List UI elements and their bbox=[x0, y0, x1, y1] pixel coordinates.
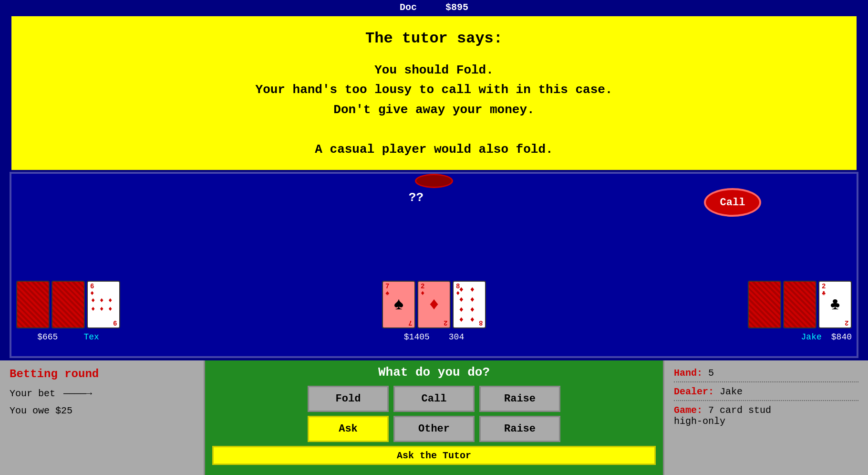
player-jake: 2♣ ♣ 2 Jake $840 bbox=[748, 281, 852, 342]
center-amount: $1405 bbox=[404, 332, 430, 342]
hand-row: Hand: 5 bbox=[674, 368, 858, 382]
betting-panel: Betting round Your bet ————→ You owe $25 bbox=[0, 360, 205, 475]
dealer-label: Dealer: bbox=[674, 386, 714, 397]
jake-cards: 2♣ ♣ 2 bbox=[748, 281, 852, 328]
you-owe-row: You owe $25 bbox=[10, 402, 194, 420]
tutor-line2: Your hand's too lousy to call with in th… bbox=[256, 80, 613, 100]
center-info: $1405 304 bbox=[382, 332, 486, 342]
other-button[interactable]: Other bbox=[393, 416, 475, 442]
question-marks: ?? bbox=[409, 190, 424, 205]
tex-amount: $665 bbox=[37, 332, 58, 342]
ask-button[interactable]: Ask bbox=[308, 416, 389, 442]
tutor-line5: A casual player would also fold. bbox=[256, 140, 613, 160]
tex-card-3: 6♦ ♦♦♦ ♦♦♦ 9 bbox=[87, 281, 120, 328]
game-row: Game: 7 card stud high-only bbox=[674, 405, 858, 430]
info-panel: Hand: 5 Dealer: Jake Game: 7 card stud h… bbox=[663, 360, 868, 475]
jake-info: Jake $840 bbox=[748, 332, 852, 342]
table-area: Call ?? 6♦ ♦♦♦ ♦♦♦ 9 $665 Tex bbox=[10, 172, 858, 358]
pot-chip bbox=[415, 174, 453, 188]
bottom-area: Betting round Your bet ————→ You owe $25… bbox=[0, 360, 868, 475]
tutor-box: The tutor says: You should Fold. Your ha… bbox=[10, 14, 858, 172]
tex-info: $665 Tex bbox=[16, 332, 120, 342]
game-value-2: high-only bbox=[674, 416, 725, 427]
bet-arrow: ————→ bbox=[63, 385, 92, 402]
ask-tutor-button[interactable]: Ask the Tutor bbox=[212, 446, 656, 465]
raise2-button[interactable]: Raise bbox=[479, 416, 560, 442]
tex-cards: 6♦ ♦♦♦ ♦♦♦ 9 bbox=[16, 281, 120, 328]
your-bet-row: Your bet ————→ bbox=[10, 385, 194, 402]
hand-label: Hand: bbox=[674, 368, 703, 379]
raise1-button[interactable]: Raise bbox=[479, 386, 560, 412]
player-tex: 6♦ ♦♦♦ ♦♦♦ 9 $665 Tex bbox=[16, 281, 120, 342]
tex-card-1 bbox=[16, 281, 50, 328]
game-value-1: 7 card stud bbox=[708, 405, 771, 416]
doc-label: Doc bbox=[400, 2, 417, 13]
jake-card-2 bbox=[783, 281, 816, 328]
action-question: What do you do? bbox=[378, 365, 490, 380]
center-card-1: 7♠ ♠ 7 bbox=[382, 281, 415, 328]
bet-info: Your bet ————→ You owe $25 bbox=[10, 385, 194, 420]
jake-amount: $840 bbox=[831, 332, 852, 342]
center-card-3: 8♦ ♦♦ ♦♦ ♦♦ ♦♦ 8 bbox=[453, 281, 486, 328]
hand-value: 5 bbox=[708, 368, 714, 379]
tex-card-2 bbox=[52, 281, 85, 328]
call-chip-button[interactable]: Call bbox=[704, 188, 761, 217]
player-center: 7♠ ♠ 7 2♦ ♦ 2 8♦ ♦♦ ♦♦ ♦♦ ♦♦ 8 bbox=[382, 281, 486, 342]
top-bar: Doc $895 bbox=[0, 0, 868, 14]
tutor-line1: You should Fold. bbox=[256, 61, 613, 81]
jake-card-1 bbox=[748, 281, 781, 328]
tutor-line3: Don't give away your money. bbox=[256, 100, 613, 120]
tutor-title: The tutor says: bbox=[256, 26, 613, 51]
center-card-2: 2♦ ♦ 2 bbox=[417, 281, 451, 328]
dealer-row: Dealer: Jake bbox=[674, 386, 858, 401]
game-label: Game: bbox=[674, 405, 703, 416]
action-row-2: Ask Other Raise bbox=[308, 416, 560, 442]
call-chip-label: Call bbox=[720, 197, 745, 209]
action-row-1: Fold Call Raise bbox=[308, 386, 560, 412]
action-panel: What do you do? Fold Call Raise Ask Othe… bbox=[205, 360, 663, 475]
doc-amount: $895 bbox=[445, 2, 468, 13]
center-pot: 304 bbox=[449, 332, 464, 342]
fold-button[interactable]: Fold bbox=[308, 386, 389, 412]
betting-title: Betting round bbox=[10, 368, 194, 380]
dealer-value: Jake bbox=[720, 386, 743, 397]
jake-name: Jake bbox=[801, 332, 822, 342]
bet-label: Your bet bbox=[10, 388, 55, 399]
tex-name: Tex bbox=[83, 332, 99, 342]
center-cards: 7♠ ♠ 7 2♦ ♦ 2 8♦ ♦♦ ♦♦ ♦♦ ♦♦ 8 bbox=[382, 281, 486, 328]
jake-card-3: 2♣ ♣ 2 bbox=[818, 281, 852, 328]
call-button[interactable]: Call bbox=[393, 386, 475, 412]
